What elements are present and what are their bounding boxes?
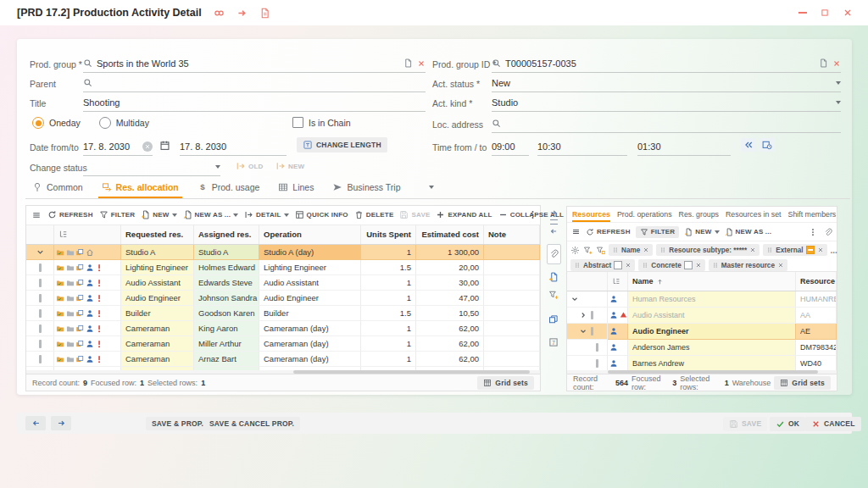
save-and-prop-button[interactable]: SAVE & PROP.: [146, 417, 209, 430]
collapse-right-icon[interactable]: [549, 208, 558, 217]
loc-address-field[interactable]: [492, 116, 841, 133]
table-row[interactable]: Studio A Studio A Studio A (day) 1 1 300…: [26, 245, 540, 260]
new-button[interactable]: NEW: [275, 161, 304, 171]
search-icon[interactable]: [492, 58, 501, 68]
minimize-icon[interactable]: [798, 12, 807, 14]
calendar-icon[interactable]: [159, 140, 170, 151]
drag-handle[interactable]: [39, 340, 42, 348]
cancel-button[interactable]: CANCEL: [805, 417, 861, 431]
grid-sets-button[interactable]: Grid sets: [477, 376, 534, 390]
expand-all-button[interactable]: EXPAND ALL: [436, 210, 492, 219]
list-item[interactable]: Barnes Andrew WD40: [567, 356, 837, 370]
paperclip-icon[interactable]: [824, 228, 832, 236]
filter-add-icon[interactable]: [583, 246, 593, 255]
filter-chip-master-resource[interactable]: Master resource: [709, 259, 787, 271]
list-item[interactable]: Anderson James DM7983421: [567, 340, 837, 356]
remove-filter-icon[interactable]: [695, 262, 702, 269]
filter-chip-name[interactable]: Name: [609, 244, 653, 256]
table-row[interactable]: Cameraman King Aaron Cameraman (day) 1 6…: [26, 321, 540, 336]
table-row[interactable]: Cameraman Arnaz Bart Cameraman (day) 1 6…: [26, 352, 540, 367]
act-status-select[interactable]: New: [492, 75, 841, 92]
filter-add-icon[interactable]: [548, 290, 559, 300]
tab-res-groups[interactable]: Res. groups: [679, 207, 719, 222]
maximize-icon[interactable]: [821, 8, 829, 17]
drag-handle[interactable]: [591, 311, 593, 319]
table-row[interactable]: Lighting Engineer Holmes Edward Lighting…: [26, 260, 540, 275]
col-note[interactable]: Note: [484, 225, 540, 245]
new-as-button[interactable]: NEW AS ...: [725, 228, 772, 236]
overflow-menu-icon[interactable]: [809, 228, 817, 236]
list-item[interactable]: Audio Engineer AE: [567, 324, 837, 340]
new-as-button[interactable]: NEW AS ...: [183, 210, 239, 219]
empty-checkbox[interactable]: [684, 261, 693, 269]
clear-date-icon[interactable]: [142, 141, 153, 152]
document-icon[interactable]: [403, 58, 413, 68]
table-row[interactable]: Audio Engineer Johnson Sandra Audio Engi…: [26, 291, 540, 306]
tab-prod-usage[interactable]: Prod. usage: [198, 176, 260, 198]
chevron-down-icon[interactable]: [579, 327, 587, 336]
add-document-icon[interactable]: [548, 272, 559, 282]
parent-field[interactable]: [83, 75, 426, 92]
collapse-left-icon[interactable]: [549, 227, 558, 236]
tab-lines[interactable]: Lines: [278, 176, 314, 198]
col-resource-id[interactable]: Resource ID: [796, 272, 837, 290]
time-duration-field[interactable]: 01:30: [637, 139, 731, 156]
week-calendar-icon[interactable]: [548, 337, 559, 347]
list-item[interactable]: Human Resources HUMANRES: [567, 291, 837, 308]
title-field[interactable]: Shooting: [83, 95, 426, 112]
drag-handle[interactable]: [39, 324, 42, 333]
prod-group-id-field[interactable]: T00005157-0035: [492, 56, 841, 73]
chevron-right-icon[interactable]: [579, 311, 587, 319]
drag-handle[interactable]: [596, 359, 598, 368]
forward-button[interactable]: [51, 416, 71, 430]
remove-filter-icon[interactable]: [777, 262, 784, 269]
more-tabs-icon[interactable]: [429, 186, 434, 189]
filter-button[interactable]: FILTER: [99, 210, 136, 219]
back-button[interactable]: [25, 416, 46, 430]
delete-button[interactable]: DELETE: [354, 210, 394, 219]
tab-resources[interactable]: Resources: [572, 207, 610, 222]
panel-splitter[interactable]: [541, 205, 566, 391]
gear-icon[interactable]: [570, 246, 580, 255]
indeterminate-checkbox[interactable]: [806, 246, 815, 254]
refresh-button[interactable]: REFRESH: [47, 210, 93, 219]
chevron-down-icon[interactable]: [836, 101, 841, 104]
detail-button[interactable]: DETAIL: [244, 210, 289, 219]
change-status-select[interactable]: [83, 159, 220, 176]
is-in-chain-checkbox[interactable]: [292, 117, 303, 128]
col-name[interactable]: Name: [628, 272, 796, 290]
chevron-down-icon[interactable]: [570, 295, 579, 303]
document-icon[interactable]: [819, 58, 828, 68]
more-filters-button[interactable]: ...: [831, 246, 837, 255]
filter-chip-subtype[interactable]: Resource subtype: *****: [656, 244, 760, 256]
time-calendar-button[interactable]: [760, 138, 775, 152]
date-from-field[interactable]: 17. 8. 2030: [83, 139, 153, 156]
time-to-field[interactable]: 10:30: [537, 139, 627, 156]
chevron-down-icon[interactable]: [36, 247, 45, 257]
refresh-button[interactable]: REFRESH: [586, 228, 631, 236]
col-estimated-cost[interactable]: Estimated cost: [416, 225, 484, 245]
save-button[interactable]: SAVE: [723, 417, 767, 431]
col-assigned-res[interactable]: Assigned res.: [194, 225, 259, 245]
close-icon[interactable]: [843, 8, 853, 18]
filter-chip-abstract[interactable]: Abstract: [570, 259, 635, 271]
old-button[interactable]: OLD: [236, 161, 264, 171]
drag-handle[interactable]: [39, 263, 42, 272]
drag-handle[interactable]: [596, 343, 598, 352]
search-icon[interactable]: [83, 58, 92, 68]
splitter-handle[interactable]: [550, 219, 558, 225]
empty-checkbox[interactable]: [614, 261, 622, 269]
oneday-radio[interactable]: [32, 117, 44, 129]
remove-filter-icon[interactable]: [643, 247, 649, 253]
save-and-cancel-prop-button[interactable]: SAVE & CANCEL PROP.: [203, 417, 300, 430]
tab-shift-members[interactable]: Shift members: [788, 207, 837, 222]
clear-icon[interactable]: [417, 59, 426, 68]
remove-filter-icon[interactable]: [625, 262, 632, 269]
drag-handle[interactable]: [39, 355, 42, 363]
filter-chip-concrete[interactable]: Concrete: [638, 259, 705, 271]
clear-icon[interactable]: [832, 59, 841, 68]
attachments-button[interactable]: [547, 244, 561, 264]
new-button[interactable]: NEW: [684, 228, 719, 236]
remove-filter-icon[interactable]: [817, 247, 824, 253]
filter-button[interactable]: FILTER: [636, 226, 680, 238]
